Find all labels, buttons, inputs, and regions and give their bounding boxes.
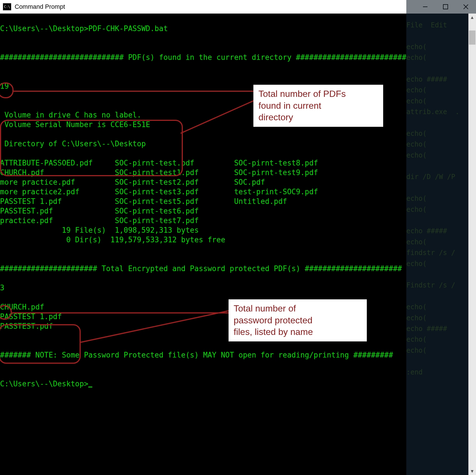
annotation-ring-protected-list (0, 324, 81, 364)
scroll-down-arrow-icon[interactable]: ▼ (468, 467, 476, 475)
annotation-text-2: Total number of password protected files… (234, 303, 313, 337)
window-titlebar: C:\ Command Prompt (0, 0, 476, 14)
window-title: Command Prompt (15, 3, 65, 10)
annotation-callout-1: Total number of PDFs found in current di… (253, 85, 383, 127)
annotation-connector-1a (14, 91, 253, 92)
annotation-text-1: Total number of PDFs found in current di… (258, 89, 346, 122)
annotation-callout-2: Total number of password protected files… (229, 299, 367, 341)
annotation-ring-volume-block (0, 120, 183, 176)
scroll-thumb[interactable] (469, 30, 475, 45)
cmd-icon: C:\ (3, 3, 11, 10)
annotation-ring-count-pdfs (0, 82, 14, 98)
console-output: C:\Users\--\Desktop>PDF-CHK-PASSWD.bat #… (0, 14, 406, 475)
background-editor-peek: File Edit echo( echo( echo ##### echo( e… (406, 0, 476, 475)
vertical-scrollbar[interactable]: ▲ ▼ (468, 14, 476, 475)
annotation-connector-2a (12, 312, 229, 313)
scroll-up-arrow-icon[interactable]: ▲ (468, 14, 476, 21)
